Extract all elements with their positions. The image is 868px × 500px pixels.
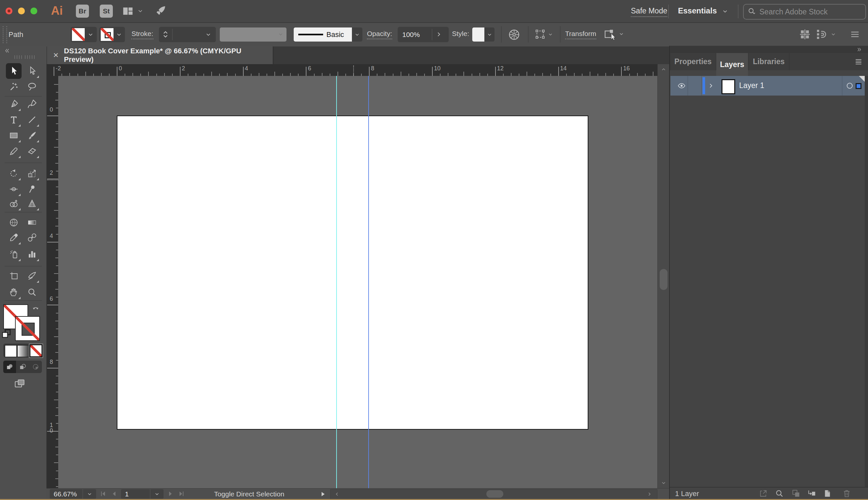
- bridge-button[interactable]: Br: [76, 4, 89, 18]
- scrollbar-thumb[interactable]: [486, 490, 504, 498]
- window-zoom-button[interactable]: [31, 8, 37, 14]
- chevron-down-icon[interactable]: [721, 9, 729, 14]
- scroll-left-icon[interactable]: [334, 491, 340, 497]
- close-icon[interactable]: ✕: [53, 52, 59, 59]
- workspace-switcher[interactable]: Essentials: [678, 6, 717, 15]
- column-graph-tool[interactable]: [24, 247, 40, 262]
- panel-menu-icon[interactable]: [854, 58, 864, 66]
- chevron-down-icon[interactable]: [618, 31, 625, 37]
- artboard[interactable]: [117, 115, 588, 430]
- curvature-tool[interactable]: [24, 96, 40, 112]
- draw-behind-button[interactable]: [16, 361, 29, 373]
- window-close-button[interactable]: [5, 8, 12, 14]
- chevron-down-icon[interactable]: [547, 32, 553, 37]
- mesh-tool[interactable]: [6, 215, 22, 230]
- direct-selection-tool[interactable]: [24, 63, 40, 79]
- stroke-color-indicator[interactable]: [15, 316, 40, 341]
- artboard-dropdown[interactable]: [150, 489, 163, 499]
- bounding-box-icon[interactable]: [534, 29, 547, 41]
- stroke-weight-field[interactable]: [159, 27, 216, 42]
- stock-button[interactable]: St: [100, 4, 113, 18]
- default-fill-stroke-icon[interactable]: [2, 329, 11, 338]
- scroll-up-icon[interactable]: [660, 67, 667, 72]
- arrange-documents-icon[interactable]: [799, 28, 811, 41]
- fill-color-control[interactable]: [71, 27, 97, 42]
- stock-search-box[interactable]: [743, 4, 866, 20]
- chevron-down-icon[interactable]: [830, 32, 837, 37]
- opacity-value[interactable]: 100%: [402, 31, 420, 38]
- snap-options-icon[interactable]: [816, 28, 828, 41]
- hand-tool[interactable]: [6, 284, 22, 300]
- screen-mode-icon[interactable]: [12, 378, 27, 389]
- eraser-tool[interactable]: [24, 143, 40, 159]
- document-tab[interactable]: ✕ DS120 Book Cover Example* @ 66.67% (CM…: [46, 46, 274, 64]
- perspective-grid-tool[interactable]: [24, 196, 40, 212]
- zoom-level-field[interactable]: 66.67%: [50, 489, 82, 499]
- draw-normal-button[interactable]: [3, 361, 16, 373]
- panel-scroll-gutter[interactable]: [865, 76, 868, 487]
- canvas[interactable]: [58, 76, 657, 488]
- gpu-performance-icon[interactable]: [154, 4, 167, 17]
- zoom-level-dropdown[interactable]: [83, 489, 96, 499]
- scroll-right-icon[interactable]: [647, 491, 652, 497]
- rotate-tool[interactable]: [6, 166, 22, 181]
- stroke-color-control[interactable]: [100, 27, 125, 42]
- scroll-down-icon[interactable]: [660, 480, 667, 486]
- selection-tool[interactable]: [6, 63, 22, 79]
- layer-row[interactable]: Layer 1: [670, 76, 865, 95]
- paintbrush-tool[interactable]: [24, 128, 40, 143]
- stroke-none-swatch[interactable]: [101, 28, 114, 41]
- vertical-ruler[interactable]: 0246810: [46, 76, 59, 488]
- gradient-button[interactable]: [17, 345, 30, 357]
- status-menu-icon[interactable]: [319, 490, 326, 498]
- shaper-tool[interactable]: [6, 143, 22, 159]
- locate-object-icon[interactable]: [775, 489, 784, 498]
- artboard-tool[interactable]: [6, 268, 22, 284]
- gradient-tool[interactable]: [24, 215, 40, 230]
- puppet-warp-tool[interactable]: [24, 181, 40, 197]
- none-button[interactable]: [30, 344, 43, 357]
- scrollbar-thumb[interactable]: [660, 269, 668, 290]
- expand-layer-icon[interactable]: [708, 82, 714, 89]
- layer-thumbnail[interactable]: [721, 79, 735, 94]
- rectangle-tool[interactable]: [6, 128, 22, 143]
- pen-tool[interactable]: [6, 96, 22, 112]
- magic-wand-tool[interactable]: [6, 79, 22, 94]
- recolor-artwork-icon[interactable]: [508, 28, 521, 41]
- tab-properties[interactable]: Properties: [670, 53, 716, 70]
- new-layer-icon[interactable]: [823, 489, 832, 498]
- width-tool[interactable]: [6, 181, 22, 197]
- scale-tool[interactable]: [24, 166, 40, 181]
- tab-libraries[interactable]: Libraries: [749, 53, 789, 70]
- blend-tool[interactable]: [24, 230, 40, 246]
- vertical-scrollbar[interactable]: [657, 64, 670, 488]
- selected-vertical-guide[interactable]: [368, 76, 369, 488]
- collapse-toolbar-icon[interactable]: [3, 48, 11, 54]
- search-input[interactable]: [759, 7, 858, 17]
- chevron-down-icon[interactable]: [354, 32, 360, 37]
- horizontal-ruler[interactable]: -20246810121416: [46, 64, 657, 76]
- artboard-number-field[interactable]: 1: [121, 489, 150, 499]
- chevron-right-icon[interactable]: [436, 31, 442, 38]
- fill-none-swatch[interactable]: [72, 28, 85, 41]
- opacity-label[interactable]: Opacity:: [367, 30, 392, 39]
- eyedropper-tool[interactable]: [6, 230, 22, 246]
- transform-widget-icon[interactable]: [603, 28, 617, 42]
- visibility-eye-icon[interactable]: [677, 81, 686, 90]
- toolbar-grip[interactable]: [14, 54, 36, 60]
- vertical-guide[interactable]: [336, 76, 337, 488]
- chevron-down-icon[interactable]: [87, 32, 94, 38]
- slice-tool[interactable]: [24, 268, 40, 284]
- chevron-down-icon[interactable]: [486, 32, 493, 37]
- transform-label[interactable]: Transform: [565, 30, 596, 39]
- symbol-sprayer-tool[interactable]: [6, 247, 22, 262]
- layer-name[interactable]: Layer 1: [739, 81, 764, 90]
- stroke-weight-label[interactable]: Stroke:: [131, 30, 153, 39]
- safe-mode-button[interactable]: Safe Mode: [631, 7, 667, 17]
- chevron-down-icon[interactable]: [205, 32, 212, 38]
- workspace-layout-icon[interactable]: [121, 5, 134, 18]
- style-dropdown[interactable]: [472, 27, 495, 42]
- brush-definition-dropdown[interactable]: Basic: [294, 27, 362, 42]
- opacity-field[interactable]: 100%: [398, 27, 449, 42]
- horizontal-scrollbar[interactable]: [330, 489, 657, 499]
